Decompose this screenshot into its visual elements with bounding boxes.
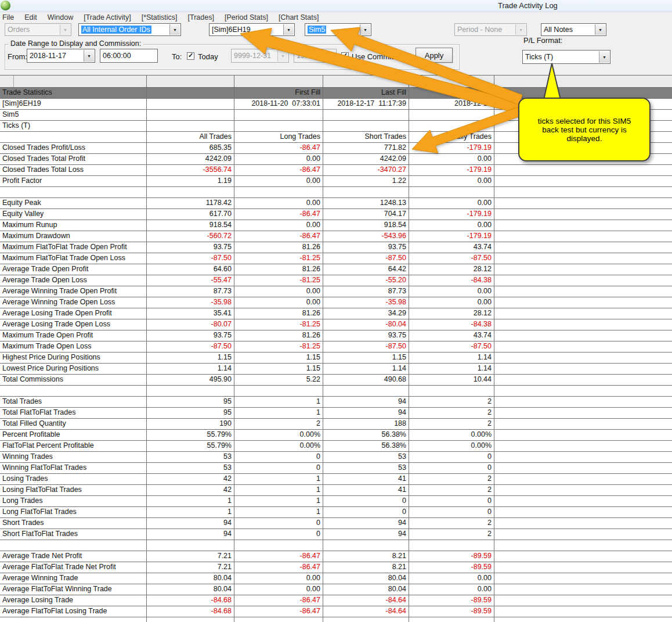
menu-item[interactable]: [Period Stats] [219, 13, 273, 21]
menu-item[interactable]: [Chart Stats] [273, 13, 324, 21]
pl-format-label: P/L Format: [523, 36, 562, 45]
stat-value: 1.14 [323, 364, 409, 374]
stat-label: Percent Profitable [0, 430, 146, 440]
menu-item[interactable]: [Trade Activity] [78, 13, 136, 21]
stat-value: 10.44 [409, 375, 494, 385]
table-row: Percent Profitable55.79%0.00%56.38%0.00% [0, 430, 672, 441]
table-row [0, 75, 672, 88]
apply-button[interactable]: Apply [416, 48, 453, 63]
menu-item[interactable]: Window [42, 13, 78, 21]
stat-label: Maximum FlatToFlat Trade Open Loss [0, 253, 146, 264]
stat-label: Average Winning Trade Open Profit [0, 286, 146, 297]
stat-value: 0.00% [234, 441, 323, 451]
stat-value: 0 [323, 496, 409, 506]
table-row: Maximum FlatToFlat Trade Open Loss-87.50… [0, 253, 672, 264]
stat-value: 53 [323, 463, 409, 473]
stat-label: Winning Trades [0, 452, 146, 462]
stat-value: 0.00 [409, 176, 494, 186]
use-commission-label: Use Commission [352, 52, 409, 61]
stat-value: 0.00 [409, 154, 494, 164]
stat-label: Total Commissions [0, 375, 146, 385]
chevron-down-icon[interactable] [169, 24, 180, 35]
stat-label: Total FlatToFlat Trades [0, 408, 146, 418]
menu-item[interactable]: Edit [19, 13, 42, 21]
from-date-value: 2018-11-17 [30, 52, 66, 60]
chevron-down-icon[interactable] [277, 50, 288, 62]
account-combo-value: Sim5 [308, 26, 326, 34]
to-time-input[interactable]: 19:00:00 [294, 49, 337, 63]
chevron-down-icon[interactable] [599, 51, 609, 63]
chevron-down-icon[interactable] [515, 24, 526, 35]
menu-item[interactable]: File [1, 13, 19, 21]
table-row: Total Trades951942 [0, 397, 672, 408]
table-row: Lowest Price During Positions1.141.151.1… [0, 364, 672, 375]
table-row: Equity Valley617.70-86.47704.17-179.19 [0, 209, 672, 220]
use-commission-checkbox[interactable] [341, 52, 349, 60]
table-row: Total FlatToFlat Trades951942 [0, 408, 672, 419]
to-label: To: [172, 52, 182, 61]
stat-value: 0.00 [234, 176, 323, 186]
stat-value: 0.00 [234, 220, 323, 231]
stat-value: 0.00 [409, 573, 494, 584]
to-date-value: 9999-12-31 [234, 52, 271, 60]
menu-item[interactable]: [*Statistics] [136, 13, 183, 21]
stat-value: -86.47 [234, 143, 323, 153]
stat-value: 34.29 [323, 308, 409, 319]
stat-value: -35.98 [323, 297, 409, 308]
stat-value: 1.15 [234, 353, 323, 363]
stat-value: 0 [234, 452, 323, 462]
stat-value: 1248.13 [323, 198, 409, 208]
symbol-combo[interactable]: [Sim]6EH19 [209, 23, 295, 36]
stat-value: -80.07 [146, 319, 234, 330]
menu-item[interactable]: [Trades] [183, 13, 219, 21]
stat-value: 771.82 [323, 143, 409, 153]
app-green-globe-icon [1, 1, 10, 10]
stat-label: Long Trades [0, 496, 146, 506]
to-date-combo[interactable]: 9999-12-31 [231, 49, 289, 63]
stat-value: 41 [323, 474, 409, 484]
account-combo[interactable]: Sim5 [305, 23, 371, 36]
stat-label: Maximum Runup [0, 220, 146, 231]
pl-format-combo[interactable]: Ticks (T) [522, 50, 610, 64]
stat-value: 188 [323, 419, 409, 429]
table-row: Average Trade Open Profit64.6081.2664.42… [0, 264, 672, 275]
from-date-combo[interactable]: 2018-11-17 [27, 49, 95, 63]
order-ids-combo[interactable]: All Internal Order IDs [78, 23, 181, 36]
stat-value: -55.20 [323, 275, 409, 286]
orders-combo[interactable]: Orders [5, 23, 71, 36]
col-daily-trades: Daily Trades [409, 132, 494, 142]
chevron-down-icon[interactable] [360, 24, 370, 35]
stat-label: Closed Trades Profit/Loss [0, 143, 146, 153]
stat-value: 8.21 [323, 562, 409, 573]
stat-value: 190 [146, 419, 234, 429]
stat-value: 94 [323, 397, 409, 407]
stat-value: 0.00 [234, 297, 323, 308]
orders-combo-value: Orders [8, 26, 30, 34]
chevron-down-icon[interactable] [283, 24, 294, 35]
chevron-down-icon[interactable] [595, 24, 605, 35]
chevron-down-icon[interactable] [84, 50, 94, 62]
stat-value: 28.12 [409, 264, 494, 275]
stat-label: Average FlatToFlat Trade Net Profit [0, 562, 146, 573]
today-checkbox[interactable] [187, 52, 194, 60]
col-all-trades: All Trades [146, 132, 234, 142]
table-row: Maximum Trade Open Loss-87.50-81.25-87.5… [0, 341, 672, 353]
stat-label: Losing Trades [0, 474, 146, 484]
table-row: Equity Peak1178.420.001248.130.00 [0, 198, 672, 209]
stat-label: Average Trade Open Loss [0, 275, 146, 286]
period-combo[interactable]: Period - None [454, 23, 527, 36]
from-time-input[interactable]: 06:00:00 [100, 49, 158, 63]
title-bar: Trade Activity Log [0, 0, 672, 12]
stat-value: 64.60 [146, 264, 234, 275]
table-grid-line [409, 75, 409, 622]
stat-label: Maximum Trade Open Profit [0, 330, 146, 341]
window-title: Trade Activity Log [498, 1, 558, 10]
chevron-down-icon[interactable] [60, 24, 70, 35]
stat-value: 93.75 [323, 242, 409, 253]
notes-combo[interactable]: All Notes [541, 23, 606, 36]
col-long-trades: Long Trades [234, 132, 323, 142]
stat-value: 87.73 [146, 286, 234, 297]
table-row: Average Trade Net Profit7.21-86.478.21-8… [0, 551, 672, 562]
table-row [0, 540, 672, 551]
stat-value: 81.26 [234, 308, 323, 319]
